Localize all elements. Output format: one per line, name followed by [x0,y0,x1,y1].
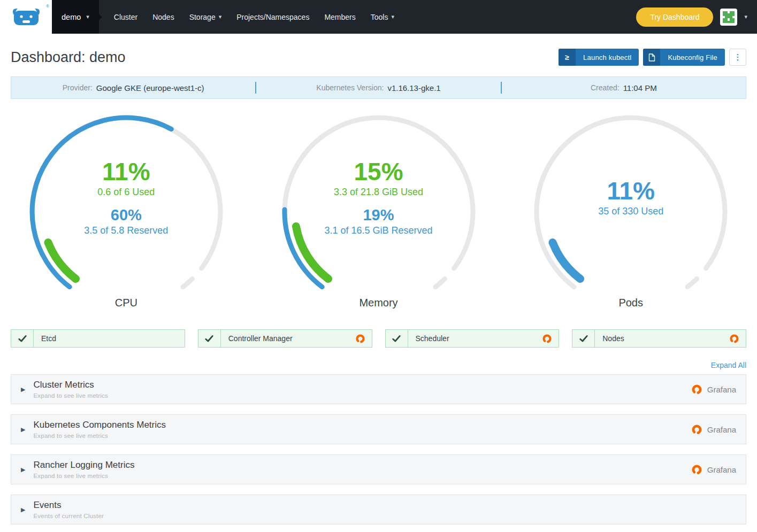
section-subtitle: Expand to see live metrics [33,433,166,439]
grafana-link[interactable]: Grafana [691,424,736,435]
status-tile-label: Scheduler [408,334,449,343]
nav-item-projects-namespaces[interactable]: Projects/Namespaces [236,13,309,21]
more-actions-button[interactable]: ⋮ [729,49,746,66]
status-tile-label: Nodes [595,334,624,343]
chevron-down-icon: ▾ [86,13,89,20]
terminal-glyph: ≥ [565,53,569,61]
launch-kubectl-label: Launch kubectl [576,53,639,61]
section-subtitle: Events of current Cluster [33,513,104,519]
section-kubernetes-components-metrics[interactable]: ▶ Kubernetes Components Metrics Expand t… [11,414,746,444]
kubeconfig-file-button[interactable]: Kubeconfig File [643,49,725,66]
cpu-gauge-label: CPU [0,297,253,309]
main-nav: Cluster Nodes Storage ▾ Projects/Namespa… [106,0,402,34]
check-icon [572,330,595,347]
status-tile-scheduler: Scheduler [385,329,560,348]
provider-label: Provider: [63,83,93,92]
pods-gauge: 11% 35 of 330 Used Pods [504,106,757,312]
page-header: Dashboard: demo ≥ Launch kubectl Kubecon… [0,34,757,76]
nav-item-members[interactable]: Members [324,13,355,21]
grafana-icon[interactable] [355,334,365,344]
created-info: Created: 11:04 PM [502,83,746,92]
section-title: Kubernetes Components Metrics [33,420,166,430]
section-subtitle: Expand to see live metrics [33,473,134,479]
cpu-gauge-arc [17,106,236,312]
grafana-icon[interactable] [542,334,552,344]
check-icon [386,330,408,347]
registered-mark: ® [46,4,49,9]
top-navbar: ® demo ▾ Cluster Nodes Storage ▾ Project… [0,0,757,34]
nav-item-cluster[interactable]: Cluster [114,13,137,21]
file-icon [643,49,660,66]
expand-all-row: Expand All [11,360,746,370]
caret-right-icon[interactable]: ▶ [21,466,25,473]
kubernetes-version-label: Kubernetes Version: [316,83,384,92]
nav-label-tools: Tools [371,13,388,21]
status-tile-controller-manager: Controller Manager [198,329,372,348]
nav-label-storage: Storage [189,13,216,21]
cluster-info-banner: Provider: Google GKE (europe-west1-c) Ku… [11,76,746,99]
rancher-logo[interactable]: ® [0,0,52,34]
kubernetes-version-value: v1.16.13-gke.1 [387,83,440,92]
component-status-tiles: Etcd Controller Manager Scheduler Nodes [11,329,746,348]
provider-value: Google GKE (europe-west1-c) [96,83,204,92]
section-subtitle: Expand to see live metrics [33,392,108,399]
kebab-menu-icon: ⋮ [734,52,742,62]
nav-label-projects-namespaces: Projects/Namespaces [236,13,309,21]
grafana-link[interactable]: Grafana [691,384,736,395]
rancher-bull-icon [10,6,43,28]
nav-item-nodes[interactable]: Nodes [152,13,174,21]
navbar-right: Try Dashboard ▾ [636,0,757,34]
memory-gauge: 15% 3.3 of 21.8 GiB Used 19% 3.1 of 16.5… [253,106,505,312]
caret-right-icon[interactable]: ▶ [21,426,25,433]
check-icon [11,330,34,347]
provider-info: Provider: Google GKE (europe-west1-c) [11,83,255,92]
expand-all-link[interactable]: Expand All [711,361,746,369]
grafana-link[interactable]: Grafana [691,464,736,475]
grafana-icon [691,424,702,435]
grafana-icon [691,464,702,475]
try-dashboard-button[interactable]: Try Dashboard [636,7,713,27]
terminal-icon: ≥ [559,49,576,66]
metrics-sections: ▶ Cluster Metrics Expand to see live met… [11,374,746,525]
section-rancher-logging-metrics[interactable]: ▶ Rancher Logging Metrics Expand to see … [11,454,746,484]
kubernetes-version-info: Kubernetes Version: v1.16.13-gke.1 [256,83,500,92]
memory-gauge-label: Memory [253,297,505,309]
grafana-icon [691,384,702,395]
caret-right-icon[interactable]: ▶ [21,386,25,393]
identicon-icon [723,11,735,23]
grafana-label: Grafana [707,385,736,394]
cluster-switcher-label: demo [62,13,81,21]
memory-gauge-arc [269,106,488,312]
created-value: 11:04 PM [623,83,657,92]
chevron-down-icon: ▾ [391,13,394,20]
status-tile-nodes: Nodes [572,329,746,348]
section-title: Rancher Logging Metrics [33,460,134,471]
user-avatar[interactable] [720,9,737,26]
nav-label-members: Members [324,13,355,21]
grafana-label: Grafana [707,425,736,434]
pods-gauge-arc [521,106,740,312]
cpu-gauge: 11% 0.6 of 6 Used 60% 3.5 of 5.8 Reserve… [0,106,253,312]
page-title: Dashboard: demo [11,49,126,66]
created-label: Created: [591,83,620,92]
nav-label-nodes: Nodes [152,13,174,21]
grafana-label: Grafana [707,465,736,474]
check-icon [198,330,221,347]
chevron-down-icon: ▾ [219,13,222,20]
launch-kubectl-button[interactable]: ≥ Launch kubectl [559,49,639,66]
pods-gauge-label: Pods [504,297,757,309]
nav-item-tools[interactable]: Tools ▾ [371,13,394,21]
status-tile-label: Controller Manager [221,334,293,343]
section-title: Events [33,500,104,511]
status-tile-label: Etcd [34,334,56,343]
nav-item-storage[interactable]: Storage ▾ [189,13,222,21]
grafana-icon[interactable] [729,334,739,344]
status-tile-etcd: Etcd [11,329,185,348]
capacity-gauges: 11% 0.6 of 6 Used 60% 3.5 of 5.8 Reserve… [0,106,757,312]
section-events[interactable]: ▶ Events Events of current Cluster [11,495,746,525]
section-cluster-metrics[interactable]: ▶ Cluster Metrics Expand to see live met… [11,374,746,404]
kubeconfig-label: Kubeconfig File [660,53,725,61]
user-menu-chevron-icon[interactable]: ▾ [744,13,747,20]
caret-right-icon[interactable]: ▶ [21,506,25,513]
cluster-switcher[interactable]: demo ▾ [52,0,99,34]
